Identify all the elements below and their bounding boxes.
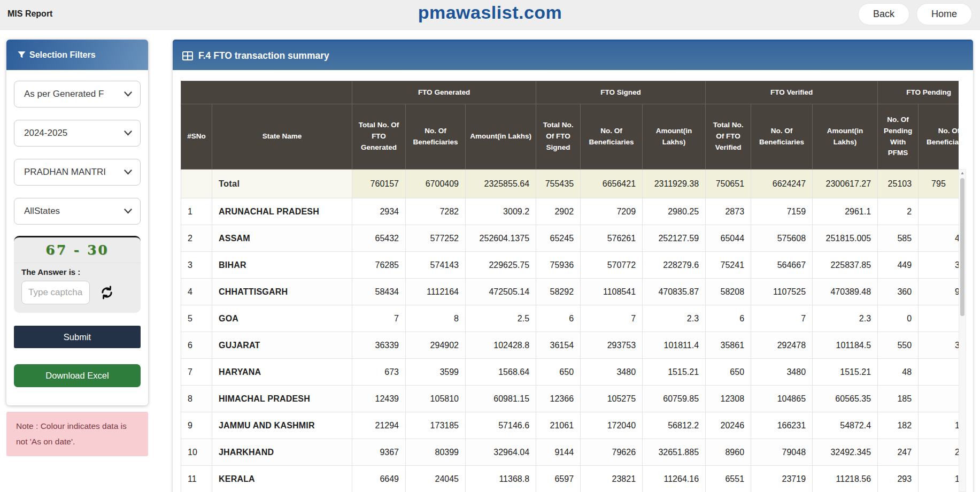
sno-cell: 9 <box>181 412 212 439</box>
value-cell: 32651.885 <box>643 439 706 466</box>
value-cell: 166231 <box>751 412 813 439</box>
column-header: Total No. Of FTO Generated <box>352 104 406 170</box>
filter-select-year[interactable]: 2024-2025 <box>14 120 141 147</box>
state-cell: CHHATTISGARH <box>212 279 352 305</box>
value-cell: 80399 <box>406 439 466 466</box>
state-cell: GOA <box>212 305 352 332</box>
value-cell: 470389.48 <box>813 279 878 305</box>
back-button[interactable]: Back <box>859 4 909 25</box>
value-cell: 65245 <box>536 225 581 252</box>
brand-title: pmawaslist.com <box>418 2 562 23</box>
value-cell-clipped <box>919 305 959 332</box>
value-cell: 23719 <box>751 466 813 492</box>
page: MIS Report pmawaslist.com Back Home Sele… <box>0 0 980 492</box>
value-cell: 7159 <box>751 198 813 225</box>
value-cell: 228279.6 <box>643 252 706 279</box>
table-row: 1ARUNACHAL PRADESH293472823009.229027209… <box>181 198 959 225</box>
filter-select-scheme[interactable]: PRADHAN MANTRI <box>14 159 141 186</box>
value-cell: 6656421 <box>581 170 643 198</box>
chevron-down-icon <box>124 91 132 97</box>
filter-select-report-type[interactable]: As per Generated F <box>14 81 141 107</box>
value-cell-clipped: 1 <box>919 466 959 492</box>
value-cell: 650 <box>536 359 581 386</box>
value-cell: 60759.85 <box>643 386 706 412</box>
selection-filters-title: Selection Filters <box>29 50 96 60</box>
value-cell: 2961.1 <box>813 198 878 225</box>
state-cell: BIHAR <box>212 252 352 279</box>
value-cell: 293753 <box>581 332 643 359</box>
group-header: FTO Verified <box>706 81 878 104</box>
value-cell-clipped: 3 <box>919 332 959 359</box>
value-cell: 2980.25 <box>643 198 706 225</box>
scrollbar-thumb[interactable] <box>960 178 964 316</box>
column-header: Total No. Of FTO Signed <box>536 104 581 170</box>
value-cell: 58434 <box>352 279 406 305</box>
value-cell: 79626 <box>581 439 643 466</box>
value-cell: 7 <box>352 305 406 332</box>
captcha-answer-area: The Answer is : <box>14 263 141 313</box>
value-cell: 564667 <box>751 252 813 279</box>
value-cell: 7 <box>581 305 643 332</box>
value-cell: 12308 <box>706 386 751 412</box>
sno-cell: 6 <box>181 332 212 359</box>
total-row: Total76015767004092325855.64755435665642… <box>181 170 959 198</box>
vertical-scrollbar[interactable]: ▲ <box>959 169 966 492</box>
value-cell: 48 <box>878 359 919 386</box>
value-cell-clipped: 795 <box>919 170 959 198</box>
filter-select-state[interactable]: AllStates <box>14 198 141 225</box>
value-cell: 6 <box>536 305 581 332</box>
value-cell: 2.5 <box>466 305 536 332</box>
value-cell: 470835.87 <box>643 279 706 305</box>
value-cell: 75241 <box>706 252 751 279</box>
value-cell: 750651 <box>706 170 751 198</box>
value-cell: 575608 <box>751 225 813 252</box>
value-cell: 102428.8 <box>466 332 536 359</box>
filter-select-value: AllStates <box>24 206 60 217</box>
group-header: FTO Pending <box>878 81 959 104</box>
captcha-refresh-button[interactable] <box>99 285 114 300</box>
value-cell: 293 <box>878 466 919 492</box>
note-banner: Note : Colour indicates data is not 'As … <box>6 412 148 456</box>
home-button[interactable]: Home <box>917 4 971 25</box>
value-cell: 1112164 <box>406 279 466 305</box>
topbar-actions: Back Home <box>859 4 971 25</box>
page-title: MIS Report <box>7 9 52 19</box>
value-cell: 6551 <box>706 466 751 492</box>
value-cell: 760157 <box>352 170 406 198</box>
value-cell: 2934 <box>352 198 406 225</box>
column-header: Amount(in Lakhs) <box>813 104 878 170</box>
value-cell: 101811.4 <box>643 332 706 359</box>
scrollbar-up-arrow-icon[interactable]: ▲ <box>959 171 966 175</box>
value-cell: 57146.6 <box>466 412 536 439</box>
column-header: No. Of Beneficiaries <box>919 104 959 170</box>
value-cell: 3009.2 <box>466 198 536 225</box>
column-header: #SNo <box>181 104 212 170</box>
sidebar: Selection Filters As per Generated F 202… <box>6 40 148 456</box>
table-grid-icon <box>182 51 193 60</box>
value-cell: 673 <box>352 359 406 386</box>
value-cell: 360 <box>878 279 919 305</box>
captcha-input[interactable] <box>21 281 90 304</box>
value-cell: 294902 <box>406 332 466 359</box>
value-cell: 2873 <box>706 198 751 225</box>
value-cell: 229625.75 <box>466 252 536 279</box>
value-cell-clipped <box>919 359 959 386</box>
column-header: No. Of Pending With PFMS <box>878 104 919 170</box>
value-cell: 35861 <box>706 332 751 359</box>
value-cell: 36154 <box>536 332 581 359</box>
value-cell: 105810 <box>406 386 466 412</box>
column-header: Amount(in Lakhs) <box>643 104 706 170</box>
value-cell: 550 <box>878 332 919 359</box>
column-header: Amount(in Lakhs) <box>466 104 536 170</box>
sno-cell: 1 <box>181 198 212 225</box>
value-cell: 8960 <box>706 439 751 466</box>
value-cell: 6 <box>706 305 751 332</box>
value-cell: 7209 <box>581 198 643 225</box>
submit-button[interactable]: Submit <box>14 326 141 348</box>
download-excel-button[interactable]: Download Excel <box>14 364 141 387</box>
value-cell: 247 <box>878 439 919 466</box>
value-cell: 79048 <box>751 439 813 466</box>
value-cell: 54872.4 <box>813 412 878 439</box>
value-cell: 65432 <box>352 225 406 252</box>
value-cell: 36339 <box>352 332 406 359</box>
